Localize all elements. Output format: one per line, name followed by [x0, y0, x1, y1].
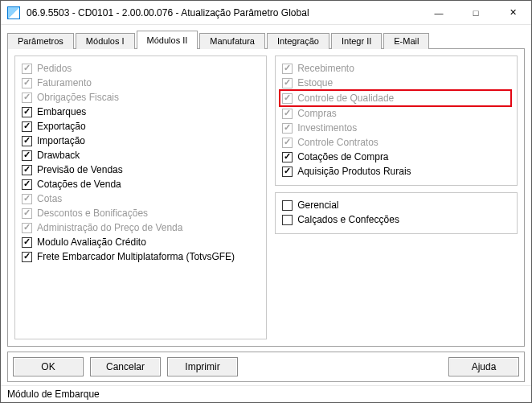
tab-m-dulos-ii[interactable]: Módulos II — [137, 31, 198, 49]
checkbox-box[interactable]: ✓ — [22, 150, 32, 161]
checkbox-row[interactable]: ✓Aquisição Produtos Rurais — [282, 164, 510, 179]
checkbox-box[interactable]: ✓ — [22, 136, 32, 146]
check-icon: ✓ — [284, 167, 291, 175]
check-icon: ✓ — [284, 138, 291, 146]
check-icon: ✓ — [284, 64, 291, 72]
tab-manufatura[interactable]: Manufatura — [199, 33, 265, 49]
checkbox-label: Cotas — [37, 191, 62, 206]
minimize-button[interactable]: — — [420, 1, 457, 24]
checkbox-row[interactable]: ✓Modulo Avaliação Crédito — [22, 235, 260, 249]
checkbox-row[interactable]: ✓Frete Embarcador Multiplataforma (Totvs… — [22, 249, 260, 264]
checkbox-label: Frete Embarcador Multiplataforma (TotvsG… — [37, 249, 235, 264]
checkbox-row: ✓Administração do Preço de Venda — [22, 220, 260, 235]
checkbox-label: Obrigações Fiscais — [37, 90, 119, 105]
checkbox-row[interactable]: ✓Previsão de Vendas — [22, 162, 260, 177]
checkbox-row: ✓Compras — [282, 106, 510, 121]
checkbox-box: ✓ — [22, 93, 32, 103]
maximize-button[interactable]: □ — [457, 1, 494, 24]
check-icon: ✓ — [284, 109, 291, 117]
checkbox-label: Estoque — [297, 76, 333, 90]
checkbox-label: Aquisição Produtos Rurais — [297, 164, 411, 179]
group-right-2: GerencialCalçados e Confecções — [275, 192, 518, 234]
check-icon: ✓ — [23, 179, 31, 188]
checkbox-box[interactable] — [282, 215, 293, 225]
checkbox-label: Previsão de Vendas — [37, 162, 123, 177]
button-bar: OK Cancelar Imprimir Ajuda — [7, 352, 525, 382]
tab-integr-ii[interactable]: Integr II — [331, 33, 382, 49]
checkbox-box[interactable] — [282, 200, 293, 211]
titlebar: 06.9.5503 - CD0101 - 2.00.00.076 - Atual… — [1, 1, 531, 25]
checkbox-box[interactable]: ✓ — [22, 252, 32, 262]
checkbox-row[interactable]: Gerencial — [282, 198, 510, 212]
check-icon: ✓ — [23, 107, 31, 116]
tab-label: E-Mail — [394, 36, 419, 46]
checkbox-box: ✓ — [282, 109, 293, 119]
tab-e-mail[interactable]: E-Mail — [383, 33, 429, 49]
checkbox-box: ✓ — [22, 78, 32, 88]
check-icon: ✓ — [23, 150, 31, 159]
checkbox-box: ✓ — [22, 194, 32, 204]
checkbox-row[interactable]: ✓Drawback — [22, 148, 260, 162]
checkbox-box: ✓ — [282, 78, 293, 88]
tab-label: Integração — [277, 36, 319, 46]
check-icon: ✓ — [23, 64, 31, 72]
checkbox-row: ✓Faturamento — [22, 76, 260, 90]
client-area: ParâmetrosMódulos IMódulos IIManufaturaI… — [1, 25, 531, 385]
checkbox-box: ✓ — [282, 93, 293, 104]
tab-integra-o[interactable]: Integração — [267, 33, 329, 49]
checkbox-row[interactable]: ✓Exportação — [22, 119, 260, 134]
close-button[interactable]: ✕ — [494, 1, 531, 24]
check-icon: ✓ — [284, 93, 291, 102]
tab-label: Manufatura — [210, 36, 255, 46]
checkbox-box: ✓ — [22, 223, 32, 233]
check-icon: ✓ — [23, 78, 31, 87]
checkbox-label: Descontos e Bonificações — [37, 206, 148, 220]
checkbox-row[interactable]: ✓Cotações de Venda — [22, 177, 260, 191]
highlight-frame: ✓Controle de Qualidade — [279, 89, 512, 107]
ajuda-button[interactable]: Ajuda — [448, 357, 519, 376]
tab-par-metros[interactable]: Parâmetros — [7, 33, 74, 49]
status-text: Módulo de Embarque — [7, 389, 100, 400]
check-icon: ✓ — [23, 93, 31, 101]
tabpage-modulos-ii: ✓Pedidos✓Faturamento✓Obrigações Fiscais✓… — [7, 48, 525, 347]
checkbox-label: Controle Contratos — [297, 135, 379, 150]
check-icon: ✓ — [23, 223, 31, 232]
imprimir-button[interactable]: Imprimir — [167, 357, 238, 376]
checkbox-label: Compras — [297, 106, 337, 121]
checkbox-box[interactable]: ✓ — [22, 237, 32, 248]
check-icon: ✓ — [23, 237, 31, 246]
check-icon: ✓ — [23, 252, 31, 261]
checkbox-label: Exportação — [37, 119, 86, 134]
check-icon: ✓ — [23, 121, 31, 130]
checkbox-row: ✓Pedidos — [22, 61, 260, 76]
checkbox-label: Modulo Avaliação Crédito — [37, 235, 146, 249]
window-buttons: — □ ✕ — [420, 1, 531, 24]
checkbox-row[interactable]: ✓Cotações de Compra — [282, 150, 510, 164]
checkbox-row[interactable]: ✓Embarques — [22, 105, 260, 119]
checkbox-row: ✓Investimentos — [282, 121, 510, 135]
group-left: ✓Pedidos✓Faturamento✓Obrigações Fiscais✓… — [14, 56, 267, 339]
check-icon: ✓ — [284, 152, 291, 161]
checkbox-box[interactable]: ✓ — [22, 121, 32, 132]
tab-label: Parâmetros — [18, 36, 63, 46]
checkbox-box: ✓ — [282, 64, 293, 74]
tabstrip: ParâmetrosMódulos IMódulos IIManufaturaI… — [7, 30, 525, 48]
checkbox-label: Cotações de Compra — [297, 150, 388, 164]
ok-button[interactable]: OK — [13, 357, 84, 376]
checkbox-box[interactable]: ✓ — [282, 152, 293, 162]
checkbox-box: ✓ — [22, 208, 32, 219]
checkbox-row[interactable]: Calçados e Confecções — [282, 212, 510, 227]
checkbox-box[interactable]: ✓ — [282, 167, 293, 177]
checkbox-box[interactable]: ✓ — [22, 179, 32, 190]
checkbox-box: ✓ — [282, 138, 293, 148]
cancelar-button[interactable]: Cancelar — [90, 357, 161, 376]
checkbox-row: ✓Obrigações Fiscais — [22, 90, 260, 105]
checkbox-box[interactable]: ✓ — [22, 107, 32, 117]
checkbox-row: ✓Controle de Qualidade — [282, 91, 507, 105]
tab-label: Módulos I — [86, 36, 125, 46]
check-icon: ✓ — [284, 78, 291, 87]
checkbox-box[interactable]: ✓ — [22, 165, 32, 175]
left-column: ✓Pedidos✓Faturamento✓Obrigações Fiscais✓… — [14, 56, 267, 339]
tab-m-dulos-i[interactable]: Módulos I — [76, 33, 135, 49]
checkbox-row[interactable]: ✓Importação — [22, 134, 260, 148]
